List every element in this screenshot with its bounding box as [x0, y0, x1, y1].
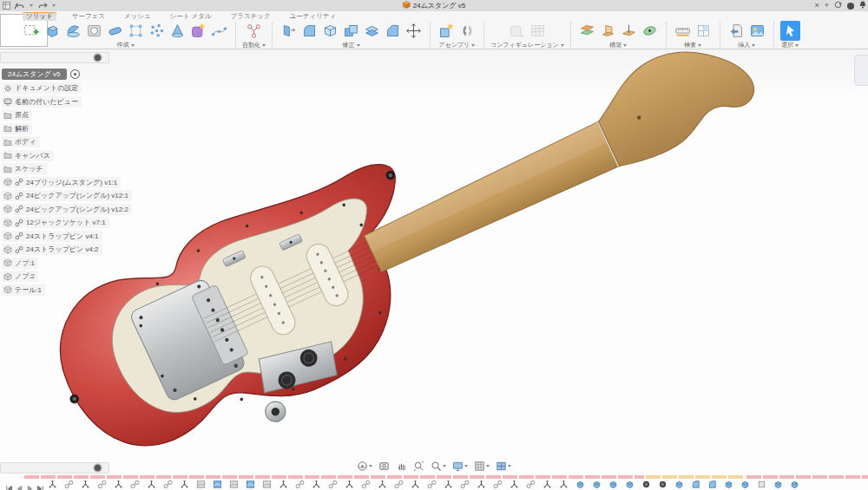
timeline-feature-body-icon[interactable] — [213, 480, 222, 489]
bottom-collapse-icon[interactable] — [95, 465, 101, 471]
split-icon[interactable] — [362, 21, 382, 41]
timeline-feature-link-icon[interactable] — [328, 480, 338, 489]
browser-item[interactable]: 12ジャックソケット v7:1 — [2, 217, 109, 228]
timeline-feature-extrude-icon[interactable] — [608, 480, 618, 489]
timeline-feature-link-icon[interactable] — [64, 480, 74, 489]
ribbon-dropdown-create[interactable]: 作成 — [117, 41, 135, 49]
skip-start-icon[interactable] — [5, 480, 13, 490]
timeline-feature-knob-icon[interactable] — [641, 480, 651, 489]
timeline-feature-extrude-icon[interactable] — [740, 480, 750, 489]
timeline-feature-joint-icon[interactable] — [378, 480, 387, 489]
avatar[interactable] — [847, 3, 854, 10]
timeline-feature-joint-icon[interactable] — [147, 480, 156, 489]
timeline-feature-link-icon[interactable] — [97, 480, 107, 489]
shell-icon[interactable] — [320, 21, 340, 41]
timeline-feature-canvas-icon[interactable] — [229, 480, 239, 489]
fillet-icon[interactable] — [299, 21, 319, 41]
browser-bottom-bar[interactable] — [0, 462, 109, 474]
timeline-feature-body-icon[interactable] — [246, 480, 255, 489]
extrude-icon[interactable] — [43, 21, 62, 41]
tab-surface[interactable]: サーフェス — [69, 12, 108, 21]
browser-collapse-icon[interactable] — [95, 55, 101, 61]
timeline-feature-link-icon[interactable] — [427, 480, 437, 489]
tab-solid[interactable]: ソリッド — [23, 12, 56, 21]
ribbon-dropdown-construct[interactable]: 構築 — [609, 41, 627, 49]
close-icon[interactable]: × — [814, 0, 819, 11]
timeline-feature-extrude-icon[interactable] — [790, 480, 799, 489]
insert-image-icon[interactable] — [747, 21, 767, 41]
viewports-icon[interactable] — [496, 461, 511, 472]
fit-icon[interactable] — [431, 461, 446, 472]
hole-icon[interactable] — [84, 21, 104, 41]
browser-item[interactable]: 24ストラップピン v4:2 — [2, 244, 102, 255]
browser-item[interactable]: 24ストラップピン v4:1 — [2, 231, 102, 242]
timeline-feature-joint-icon[interactable] — [48, 480, 57, 489]
browser-item[interactable]: スケッチ — [2, 163, 47, 174]
combine-icon[interactable] — [341, 21, 361, 41]
timeline-feature-joint-icon[interactable] — [559, 480, 569, 489]
timeline-feature-knob-icon[interactable] — [658, 480, 667, 489]
sync-icon[interactable] — [834, 1, 842, 10]
config-box-icon[interactable] — [507, 21, 527, 41]
browser-item[interactable]: 24ブリッジ(ムスタング) v1:1 — [2, 177, 121, 188]
move-icon[interactable] — [404, 21, 424, 41]
timeline-feature-joint-icon[interactable] — [542, 480, 552, 489]
joint-big-icon[interactable] — [457, 21, 477, 41]
timeline-feature-joint-icon[interactable] — [345, 480, 354, 489]
plane-axis-icon[interactable] — [619, 21, 639, 41]
timeline-feature-joint-icon[interactable] — [510, 480, 519, 489]
timeline-feature-link-icon[interactable] — [361, 480, 371, 489]
look-at-icon[interactable] — [378, 461, 390, 472]
browser-top-bar[interactable] — [0, 52, 109, 63]
timeline-feature-fillet-icon[interactable] — [707, 480, 717, 489]
step-forward-icon[interactable] — [26, 480, 34, 490]
script-y-icon[interactable] — [244, 21, 264, 41]
pan-icon[interactable] — [396, 461, 407, 472]
browser-item[interactable]: キャンバス — [2, 150, 54, 161]
timeline-feature-link-icon[interactable] — [460, 480, 470, 489]
sketch-create-icon[interactable] — [22, 21, 42, 41]
ribbon-dropdown-inspect[interactable]: 検査 — [684, 41, 701, 49]
browser-item[interactable]: ノブ:2 — [2, 271, 38, 282]
plane-angle-icon[interactable] — [598, 21, 618, 41]
timeline-feature-link-icon[interactable] — [130, 480, 140, 489]
timeline-feature-extrude-icon[interactable] — [724, 480, 733, 489]
timeline-feature-canvas-icon[interactable] — [262, 480, 272, 489]
tab-mesh[interactable]: メッシュ — [121, 12, 155, 21]
frame-icon[interactable] — [126, 21, 146, 41]
curve-dots-icon[interactable] — [209, 21, 229, 41]
timeline-feature-extrude-icon[interactable] — [773, 480, 783, 489]
tab-utility[interactable]: ユーティリティ — [286, 12, 340, 21]
timeline-feature-joint-icon[interactable] — [81, 480, 90, 489]
timeline-feature-joint-icon[interactable] — [411, 480, 420, 489]
viewcube[interactable] — [854, 55, 868, 86]
timeline-feature-extrude-icon[interactable] — [625, 480, 635, 489]
browser-item[interactable]: 原点 — [2, 109, 32, 121]
timeline-feature-extrude-icon[interactable] — [575, 480, 585, 489]
press-pull-icon[interactable] — [279, 21, 299, 41]
browser-item[interactable]: ノブ:1 — [2, 258, 38, 269]
mesh-dots-icon[interactable] — [147, 21, 167, 41]
zoom-icon[interactable] — [413, 461, 424, 472]
timeline-feature-extrude-icon[interactable] — [592, 480, 602, 489]
ribbon-dropdown-modify[interactable]: 修正 — [343, 41, 360, 49]
timeline-feature-link-icon[interactable] — [394, 480, 404, 489]
grid-display-icon[interactable] — [474, 461, 490, 472]
new-component-icon[interactable] — [437, 21, 457, 41]
browser-item[interactable]: 24ピックアップ(シングル) v12:1 — [2, 190, 132, 201]
save-grid-icon[interactable] — [3, 2, 10, 10]
timeline-feature-link-icon[interactable] — [493, 480, 503, 489]
timeline-feature-link-icon[interactable] — [295, 480, 305, 489]
undo-dropdown-icon[interactable] — [30, 4, 33, 7]
ribbon-dropdown-automate[interactable]: 自動化 — [242, 41, 266, 49]
timeline-feature-fillet-icon[interactable] — [691, 480, 700, 489]
redo-icon[interactable] — [37, 2, 48, 10]
timeline-feature-joint-icon[interactable] — [312, 480, 321, 489]
browser-item[interactable]: ボディ — [2, 136, 40, 147]
timeline-feature-canvas-icon[interactable] — [196, 480, 206, 489]
ribbon-dropdown-assemble[interactable]: アセンブリ — [439, 41, 476, 49]
timeline-feature-joint-icon[interactable] — [444, 480, 453, 489]
timeline-feature-link-icon[interactable] — [163, 480, 173, 489]
document-tab[interactable]: 24ムスタング v5 — [403, 0, 466, 11]
section-icon[interactable] — [694, 21, 713, 41]
